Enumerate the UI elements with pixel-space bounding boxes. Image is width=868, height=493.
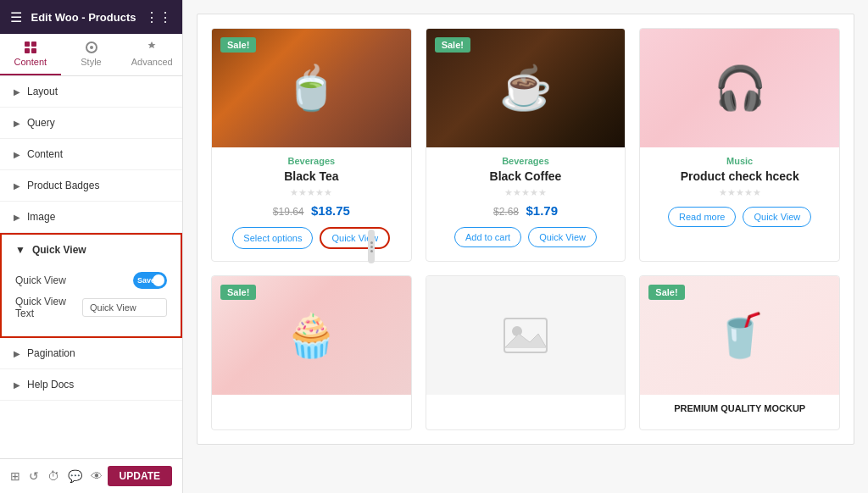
sale-badge-premium-cup: Sale! <box>648 285 684 300</box>
product-info-headphones: Music Product check hceck ★★★★★ Read mor… <box>640 147 839 239</box>
svg-rect-0 <box>25 42 30 47</box>
quick-view-button-black-tea[interactable]: Quick View <box>320 227 390 249</box>
price-new-black-tea: $18.75 <box>311 203 350 218</box>
add-to-cart-button-black-coffee[interactable]: Add to cart <box>454 227 521 247</box>
product-card-black-tea: 🍵 Sale! Beverages Black Tea ★★★★★ $19.64… <box>211 28 412 262</box>
product-name-headphones: Product check hceck <box>650 169 829 183</box>
quick-view-body: Quick View Save Quick View Text <box>2 265 181 336</box>
quick-view-header[interactable]: ▼ Quick View <box>2 235 181 265</box>
tab-advanced[interactable]: Advanced <box>121 34 182 75</box>
sidebar-item-product-badges[interactable]: ▶ Product Badges <box>0 170 182 202</box>
sale-badge-black-coffee: Sale! <box>435 37 470 53</box>
product-stars-headphones: ★★★★★ <box>650 187 829 198</box>
quick-view-button-headphones[interactable]: Quick View <box>743 207 811 227</box>
grid-icon[interactable]: ⋮⋮ <box>145 9 172 25</box>
resize-handle[interactable] <box>368 230 375 263</box>
product-category-black-coffee: Beverages <box>437 156 615 166</box>
chat-icon[interactable]: 💬 <box>68 469 82 483</box>
history-icon[interactable]: ⏱ <box>47 469 59 483</box>
chevron-right-icon: ▶ <box>14 150 20 159</box>
product-buttons-black-coffee: Add to cart Quick View <box>437 227 615 247</box>
quick-view-label: Quick View <box>32 244 86 256</box>
sidebar-header: ☰ Edit Woo - Products ⋮⋮ <box>0 0 182 34</box>
quick-view-toggle-row: Quick View Save <box>15 272 167 289</box>
price-new-black-coffee: $1.79 <box>526 203 558 218</box>
quick-view-text-label: Quick View Text <box>15 296 82 319</box>
undo-icon[interactable]: ↺ <box>29 469 39 483</box>
sidebar-item-image[interactable]: ▶ Image <box>0 202 182 233</box>
chevron-down-icon: ▼ <box>15 244 25 256</box>
chevron-right-icon: ▶ <box>14 181 20 191</box>
product-info-cupcake <box>212 395 411 415</box>
sidebar-item-query[interactable]: ▶ Query <box>0 108 182 139</box>
product-name-black-tea: Black Tea <box>222 169 401 183</box>
tab-content[interactable]: Content <box>0 34 61 75</box>
eye-icon[interactable]: 👁 <box>91 469 103 483</box>
cupcake-emoji-icon: 🧁 <box>285 311 337 360</box>
sidebar-item-help-docs[interactable]: ▶ Help Docs <box>0 369 182 401</box>
chevron-right-icon: ▶ <box>14 380 20 390</box>
sidebar-item-query-label: Query <box>27 117 55 129</box>
product-name-black-coffee: Black Coffee <box>437 169 615 183</box>
sidebar-bottom: ⊞ ↺ ⏱ 💬 👁 UPDATE <box>0 458 182 493</box>
sidebar-item-pagination[interactable]: ▶ Pagination <box>0 338 182 369</box>
price-old-black-tea: $19.64 <box>273 206 304 218</box>
quick-view-text-input[interactable] <box>82 298 167 317</box>
product-name-premium-cup: PREMIUM QUALITY MOCKUP <box>650 403 829 413</box>
headphones-emoji-icon: 🎧 <box>714 64 766 113</box>
product-card-premium-cup: 🥤 Sale! PREMIUM QUALITY MOCKUP <box>639 275 840 430</box>
sale-badge-cupcake: Sale! <box>220 285 256 300</box>
sidebar-item-content[interactable]: ▶ Content <box>0 139 182 170</box>
sidebar-item-layout-label: Layout <box>27 86 58 97</box>
product-card-cupcake: 🧁 Sale! <box>211 275 412 430</box>
sidebar-bottom-icons: ⊞ ↺ ⏱ 💬 👁 <box>10 469 103 483</box>
price-old-black-coffee: $2.68 <box>493 206 519 218</box>
product-stars-black-coffee: ★★★★★ <box>437 187 615 198</box>
product-category-headphones: Music <box>650 156 829 166</box>
product-price-black-coffee: $2.68 $1.79 <box>437 203 615 219</box>
product-info-placeholder <box>426 395 626 415</box>
product-image-placeholder <box>426 276 626 395</box>
quick-view-toggle-label: Quick View <box>15 274 66 286</box>
sidebar-item-layout[interactable]: ▶ Layout <box>0 76 182 108</box>
quick-view-button-black-coffee[interactable]: Quick View <box>528 227 597 247</box>
chevron-right-icon: ▶ <box>14 349 20 358</box>
sidebar-item-pagination-label: Pagination <box>27 347 75 359</box>
tab-style-label: Style <box>81 57 101 67</box>
sidebar-tabs: Content Style Advanced <box>0 34 182 76</box>
sidebar-menu: ▶ Layout ▶ Query ▶ Content ▶ Product Bad… <box>0 76 182 458</box>
tea-emoji-icon: 🍵 <box>285 64 337 113</box>
main-content: 🍵 Sale! Beverages Black Tea ★★★★★ $19.64… <box>183 0 868 493</box>
read-more-button-headphones[interactable]: Read more <box>668 207 736 227</box>
sidebar-item-product-badges-label: Product Badges <box>27 180 99 191</box>
sidebar-item-help-docs-label: Help Docs <box>27 379 74 391</box>
svg-rect-3 <box>31 48 36 53</box>
products-container: 🍵 Sale! Beverages Black Tea ★★★★★ $19.64… <box>197 14 854 445</box>
quick-view-text-row: Quick View Text <box>15 296 167 319</box>
svg-rect-1 <box>31 42 36 47</box>
product-image-headphones: 🎧 <box>640 29 839 147</box>
products-grid: 🍵 Sale! Beverages Black Tea ★★★★★ $19.64… <box>211 28 840 430</box>
product-card-headphones: 🎧 Music Product check hceck ★★★★★ Read m… <box>639 28 840 262</box>
coffee-emoji-icon: ☕ <box>499 64 552 113</box>
update-button[interactable]: UPDATE <box>108 466 172 486</box>
select-options-button-black-tea[interactable]: Select options <box>232 227 313 249</box>
product-card-black-coffee: ☕ Sale! Beverages Black Coffee ★★★★★ $2.… <box>426 28 626 262</box>
product-stars-black-tea: ★★★★★ <box>222 187 401 198</box>
chevron-right-icon: ▶ <box>14 119 20 128</box>
hamburger-icon[interactable]: ☰ <box>10 9 22 25</box>
sidebar-item-image-label: Image <box>27 211 55 223</box>
product-info-black-coffee: Beverages Black Coffee ★★★★★ $2.68 $1.79… <box>426 147 626 259</box>
svg-rect-2 <box>25 48 30 53</box>
tab-style[interactable]: Style <box>61 34 122 75</box>
product-info-black-tea: Beverages Black Tea ★★★★★ $19.64 $18.75 … <box>212 147 411 261</box>
chevron-right-icon: ▶ <box>14 87 20 97</box>
chevron-right-icon: ▶ <box>14 213 20 222</box>
svg-point-5 <box>90 46 93 49</box>
layers-icon[interactable]: ⊞ <box>10 469 20 483</box>
quick-view-toggle[interactable]: Save <box>133 272 167 289</box>
tab-content-label: Content <box>14 57 47 67</box>
product-buttons-headphones: Read more Quick View <box>650 207 829 227</box>
product-category-black-tea: Beverages <box>222 156 401 166</box>
product-card-placeholder <box>426 275 626 430</box>
